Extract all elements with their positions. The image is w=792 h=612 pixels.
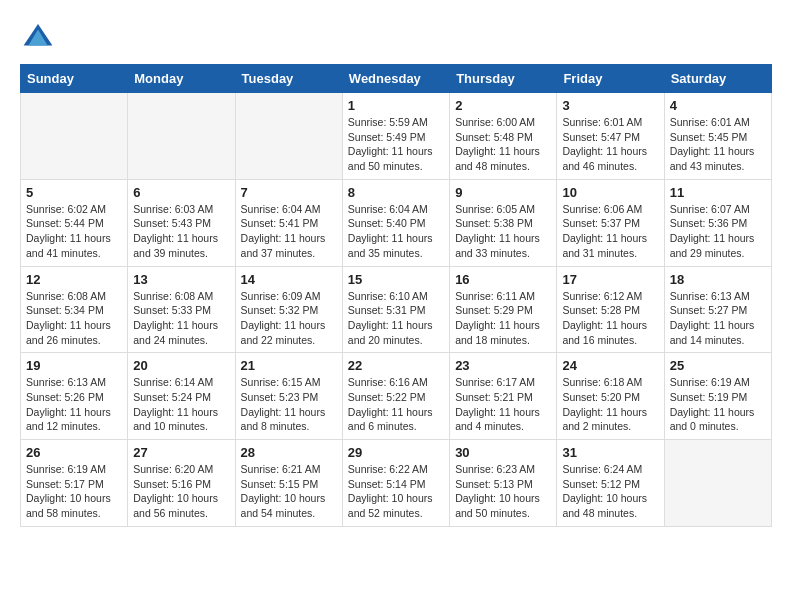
calendar-cell: 19Sunrise: 6:13 AMSunset: 5:26 PMDayligh… [21,353,128,440]
day-info: Sunrise: 6:19 AMSunset: 5:19 PMDaylight:… [670,375,766,434]
day-info: Sunrise: 6:14 AMSunset: 5:24 PMDaylight:… [133,375,229,434]
calendar-cell: 12Sunrise: 6:08 AMSunset: 5:34 PMDayligh… [21,266,128,353]
calendar-cell: 2Sunrise: 6:00 AMSunset: 5:48 PMDaylight… [450,93,557,180]
day-number: 23 [455,358,551,373]
day-number: 1 [348,98,444,113]
calendar-cell: 9Sunrise: 6:05 AMSunset: 5:38 PMDaylight… [450,179,557,266]
calendar-cell: 8Sunrise: 6:04 AMSunset: 5:40 PMDaylight… [342,179,449,266]
day-number: 9 [455,185,551,200]
day-info: Sunrise: 6:05 AMSunset: 5:38 PMDaylight:… [455,202,551,261]
calendar-cell: 15Sunrise: 6:10 AMSunset: 5:31 PMDayligh… [342,266,449,353]
calendar-cell: 13Sunrise: 6:08 AMSunset: 5:33 PMDayligh… [128,266,235,353]
calendar-cell: 29Sunrise: 6:22 AMSunset: 5:14 PMDayligh… [342,440,449,527]
day-number: 21 [241,358,337,373]
calendar-cell [128,93,235,180]
day-info: Sunrise: 6:13 AMSunset: 5:27 PMDaylight:… [670,289,766,348]
day-number: 16 [455,272,551,287]
day-info: Sunrise: 6:15 AMSunset: 5:23 PMDaylight:… [241,375,337,434]
calendar-cell: 24Sunrise: 6:18 AMSunset: 5:20 PMDayligh… [557,353,664,440]
day-info: Sunrise: 6:20 AMSunset: 5:16 PMDaylight:… [133,462,229,521]
day-number: 6 [133,185,229,200]
calendar-cell: 30Sunrise: 6:23 AMSunset: 5:13 PMDayligh… [450,440,557,527]
day-info: Sunrise: 6:13 AMSunset: 5:26 PMDaylight:… [26,375,122,434]
calendar-week-5: 26Sunrise: 6:19 AMSunset: 5:17 PMDayligh… [21,440,772,527]
calendar-header-tuesday: Tuesday [235,65,342,93]
day-info: Sunrise: 6:11 AMSunset: 5:29 PMDaylight:… [455,289,551,348]
day-info: Sunrise: 6:22 AMSunset: 5:14 PMDaylight:… [348,462,444,521]
day-info: Sunrise: 6:03 AMSunset: 5:43 PMDaylight:… [133,202,229,261]
calendar-week-3: 12Sunrise: 6:08 AMSunset: 5:34 PMDayligh… [21,266,772,353]
calendar-header-wednesday: Wednesday [342,65,449,93]
calendar-cell: 28Sunrise: 6:21 AMSunset: 5:15 PMDayligh… [235,440,342,527]
day-number: 25 [670,358,766,373]
calendar-week-4: 19Sunrise: 6:13 AMSunset: 5:26 PMDayligh… [21,353,772,440]
calendar-header-friday: Friday [557,65,664,93]
day-number: 17 [562,272,658,287]
calendar-cell: 23Sunrise: 6:17 AMSunset: 5:21 PMDayligh… [450,353,557,440]
logo [20,20,54,52]
day-info: Sunrise: 6:00 AMSunset: 5:48 PMDaylight:… [455,115,551,174]
calendar-cell: 6Sunrise: 6:03 AMSunset: 5:43 PMDaylight… [128,179,235,266]
calendar-cell [21,93,128,180]
day-number: 30 [455,445,551,460]
calendar-cell: 3Sunrise: 6:01 AMSunset: 5:47 PMDaylight… [557,93,664,180]
day-info: Sunrise: 6:02 AMSunset: 5:44 PMDaylight:… [26,202,122,261]
day-info: Sunrise: 6:08 AMSunset: 5:34 PMDaylight:… [26,289,122,348]
calendar-header-saturday: Saturday [664,65,771,93]
calendar-table: SundayMondayTuesdayWednesdayThursdayFrid… [20,64,772,527]
calendar-cell: 22Sunrise: 6:16 AMSunset: 5:22 PMDayligh… [342,353,449,440]
day-number: 19 [26,358,122,373]
day-number: 2 [455,98,551,113]
day-number: 27 [133,445,229,460]
calendar-cell: 7Sunrise: 6:04 AMSunset: 5:41 PMDaylight… [235,179,342,266]
calendar-cell: 20Sunrise: 6:14 AMSunset: 5:24 PMDayligh… [128,353,235,440]
day-info: Sunrise: 6:16 AMSunset: 5:22 PMDaylight:… [348,375,444,434]
day-number: 28 [241,445,337,460]
logo-icon [22,20,54,52]
day-number: 31 [562,445,658,460]
day-info: Sunrise: 6:01 AMSunset: 5:47 PMDaylight:… [562,115,658,174]
day-number: 8 [348,185,444,200]
day-info: Sunrise: 6:23 AMSunset: 5:13 PMDaylight:… [455,462,551,521]
day-info: Sunrise: 6:09 AMSunset: 5:32 PMDaylight:… [241,289,337,348]
calendar-cell: 18Sunrise: 6:13 AMSunset: 5:27 PMDayligh… [664,266,771,353]
calendar-cell: 1Sunrise: 5:59 AMSunset: 5:49 PMDaylight… [342,93,449,180]
day-info: Sunrise: 6:06 AMSunset: 5:37 PMDaylight:… [562,202,658,261]
day-number: 3 [562,98,658,113]
day-number: 14 [241,272,337,287]
day-number: 20 [133,358,229,373]
calendar-week-1: 1Sunrise: 5:59 AMSunset: 5:49 PMDaylight… [21,93,772,180]
calendar-cell: 17Sunrise: 6:12 AMSunset: 5:28 PMDayligh… [557,266,664,353]
calendar-cell [235,93,342,180]
day-info: Sunrise: 6:04 AMSunset: 5:41 PMDaylight:… [241,202,337,261]
calendar-cell: 16Sunrise: 6:11 AMSunset: 5:29 PMDayligh… [450,266,557,353]
day-number: 26 [26,445,122,460]
day-info: Sunrise: 5:59 AMSunset: 5:49 PMDaylight:… [348,115,444,174]
day-info: Sunrise: 6:01 AMSunset: 5:45 PMDaylight:… [670,115,766,174]
day-info: Sunrise: 6:19 AMSunset: 5:17 PMDaylight:… [26,462,122,521]
calendar-cell: 21Sunrise: 6:15 AMSunset: 5:23 PMDayligh… [235,353,342,440]
day-number: 11 [670,185,766,200]
day-number: 12 [26,272,122,287]
calendar-week-2: 5Sunrise: 6:02 AMSunset: 5:44 PMDaylight… [21,179,772,266]
day-info: Sunrise: 6:08 AMSunset: 5:33 PMDaylight:… [133,289,229,348]
day-number: 13 [133,272,229,287]
calendar-header-thursday: Thursday [450,65,557,93]
page-container: SundayMondayTuesdayWednesdayThursdayFrid… [0,0,792,537]
calendar-cell: 26Sunrise: 6:19 AMSunset: 5:17 PMDayligh… [21,440,128,527]
day-info: Sunrise: 6:07 AMSunset: 5:36 PMDaylight:… [670,202,766,261]
day-number: 29 [348,445,444,460]
calendar-cell: 14Sunrise: 6:09 AMSunset: 5:32 PMDayligh… [235,266,342,353]
calendar-cell: 27Sunrise: 6:20 AMSunset: 5:16 PMDayligh… [128,440,235,527]
calendar-cell: 5Sunrise: 6:02 AMSunset: 5:44 PMDaylight… [21,179,128,266]
day-info: Sunrise: 6:24 AMSunset: 5:12 PMDaylight:… [562,462,658,521]
calendar-cell: 4Sunrise: 6:01 AMSunset: 5:45 PMDaylight… [664,93,771,180]
day-info: Sunrise: 6:21 AMSunset: 5:15 PMDaylight:… [241,462,337,521]
day-number: 22 [348,358,444,373]
day-info: Sunrise: 6:18 AMSunset: 5:20 PMDaylight:… [562,375,658,434]
calendar-cell [664,440,771,527]
calendar-header-sunday: Sunday [21,65,128,93]
day-number: 15 [348,272,444,287]
day-info: Sunrise: 6:10 AMSunset: 5:31 PMDaylight:… [348,289,444,348]
calendar-cell: 25Sunrise: 6:19 AMSunset: 5:19 PMDayligh… [664,353,771,440]
